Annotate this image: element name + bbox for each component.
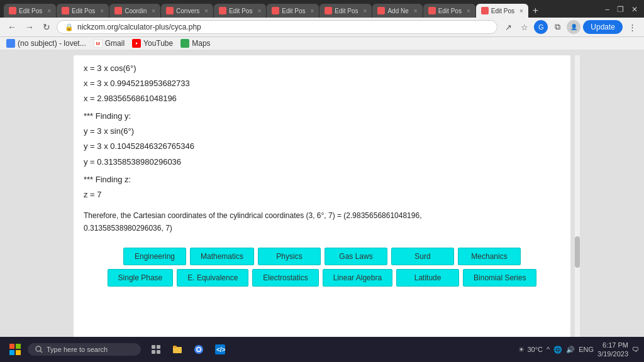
google-account-button[interactable]: G	[534, 20, 548, 34]
vscode-button[interactable]: </>	[210, 339, 230, 359]
tab-7[interactable]: Edit Pos ×	[319, 4, 372, 18]
engineering-button[interactable]: Engineering	[123, 248, 186, 265]
tab-close-2[interactable]: ×	[100, 8, 104, 14]
tab-close-4[interactable]: ×	[204, 8, 208, 14]
formula-line3: x = 2.9835656861048196	[84, 92, 560, 106]
e-equivalence-button[interactable]: E. Equivalence	[177, 269, 248, 287]
physics-button[interactable]: Physics	[258, 248, 321, 265]
formula-line6: y = 3 x 0.10452846326765346	[84, 140, 560, 153]
svg-point-6	[36, 346, 41, 351]
taskbar-search-label: Type here to search	[47, 346, 108, 353]
svg-rect-4	[9, 350, 14, 355]
svg-point-16	[197, 348, 201, 351]
close-button[interactable]: ✕	[629, 5, 640, 14]
tab-close-3[interactable]: ×	[152, 8, 155, 14]
update-button[interactable]: Update	[583, 20, 623, 34]
file-explorer-button[interactable]	[167, 339, 187, 359]
tab-2[interactable]: Edit Pos ×	[57, 4, 109, 18]
tab-4[interactable]: Convers ×	[161, 4, 213, 18]
taskbar-search[interactable]: Type here to search	[28, 343, 141, 356]
formula-line5: y = 3 x sin(6°)	[84, 124, 560, 138]
surd-button[interactable]: Surd	[391, 248, 454, 265]
time-display: 6:17 PM	[597, 341, 628, 349]
bookmark-gmail[interactable]: M Gmail	[94, 39, 125, 48]
volume-icon[interactable]: 🔊	[566, 346, 575, 354]
tab-close-10[interactable]: ×	[519, 8, 523, 14]
scrollbar-thumb[interactable]	[575, 236, 580, 268]
profile-button[interactable]: 👤	[567, 20, 580, 34]
address-text: nickzom.org/calculator-plus/cyca.php	[77, 23, 489, 31]
bookmark-button[interactable]: ☆	[518, 20, 531, 34]
binomial-series-button[interactable]: Binomial Series	[463, 269, 536, 287]
svg-rect-11	[157, 350, 160, 354]
nosubject-icon	[6, 39, 15, 48]
latitude-button[interactable]: Latitude	[396, 269, 459, 287]
taskbar-pinned-icons: </>	[146, 339, 230, 359]
tab-5[interactable]: Edit Pos ×	[214, 4, 266, 18]
browser-window: Edit Pos × Edit Pos × Coordin × Convers …	[0, 0, 644, 362]
taskbar: Type here to search </> ☀ 30°C ^ 🌐 🔊	[0, 337, 644, 362]
tab-close-7[interactable]: ×	[364, 8, 367, 14]
forward-button[interactable]: →	[23, 21, 36, 33]
share-button[interactable]: ↗	[501, 20, 515, 34]
restore-button[interactable]: ❐	[614, 5, 626, 14]
svg-rect-9	[157, 345, 160, 349]
new-tab-button[interactable]: +	[529, 5, 542, 16]
svg-line-7	[40, 351, 42, 353]
refresh-button[interactable]: ↻	[40, 21, 53, 33]
tab-close-5[interactable]: ×	[257, 8, 261, 14]
bookmark-youtube[interactable]: YouTube	[132, 39, 173, 48]
tab-close-1[interactable]: ×	[47, 8, 51, 14]
bookmarks-bar: (no subject) - lovet... M Gmail YouTube …	[0, 37, 644, 50]
maps-icon	[180, 39, 189, 48]
start-button[interactable]	[5, 339, 25, 359]
svg-rect-8	[152, 345, 155, 349]
svg-rect-2	[9, 344, 14, 349]
minimize-button[interactable]: –	[602, 5, 612, 14]
tab-close-9[interactable]: ×	[467, 8, 470, 14]
bookmark-gmail-label: Gmail	[105, 39, 125, 48]
caret-up-icon[interactable]: ^	[547, 346, 550, 353]
single-phase-button[interactable]: Single Phase	[108, 269, 174, 287]
svg-rect-12	[173, 347, 182, 353]
extensions-button[interactable]: ⧉	[550, 20, 564, 34]
address-bar[interactable]: 🔒 nickzom.org/calculator-plus/cyca.php	[57, 20, 497, 34]
bookmark-nosubject[interactable]: (no subject) - lovet...	[6, 39, 86, 48]
bookmark-nosubject-label: (no subject) - lovet...	[18, 39, 86, 48]
youtube-icon	[132, 39, 141, 48]
calc-content: x = 3 x cos(6°) x = 3 x 0.99452189536827…	[84, 62, 560, 235]
language-label: ENG	[579, 346, 594, 353]
taskview-button[interactable]	[146, 339, 166, 359]
bookmark-maps[interactable]: Maps	[180, 39, 210, 48]
svg-text:</>: </>	[216, 346, 225, 353]
temperature-icon: ☀	[518, 346, 525, 354]
scrollbar-track	[575, 55, 580, 357]
gmail-icon: M	[94, 39, 103, 48]
tab-9[interactable]: Edit Pos ×	[423, 4, 475, 18]
mechanics-button[interactable]: Mechanics	[458, 248, 521, 265]
back-button[interactable]: ←	[5, 21, 19, 33]
tab-close-6[interactable]: ×	[311, 8, 314, 14]
notification-button[interactable]: 🗨	[632, 346, 639, 353]
linear-algebra-button[interactable]: Linear Algebra	[323, 269, 392, 287]
formula-line2: x = 3 x 0.9945218953682733	[84, 77, 560, 90]
tab-bar: Edit Pos × Edit Pos × Coordin × Convers …	[0, 0, 644, 18]
tab-1[interactable]: Edit Pos ×	[4, 4, 56, 18]
gas-laws-button[interactable]: Gas Laws	[325, 248, 387, 265]
tab-3[interactable]: Coordin ×	[109, 4, 160, 18]
tab-close-8[interactable]: ×	[414, 8, 418, 14]
menu-button[interactable]: ⋮	[625, 20, 639, 34]
button-row-2: Single Phase E. Equivalence Electrostati…	[84, 269, 560, 287]
tab-10[interactable]: Edit Pos ×	[476, 4, 528, 18]
svg-rect-10	[152, 350, 155, 354]
system-tray: ☀ 30°C ^ 🌐 🔊 ENG 6:17 PM 3/19/2023 🗨	[518, 341, 639, 359]
tab-8[interactable]: Add Ne ×	[372, 4, 422, 18]
chrome-button[interactable]	[189, 339, 209, 359]
formula-line1: x = 3 x cos(6°)	[84, 62, 560, 75]
weather-display: ☀ 30°C	[518, 346, 543, 354]
mathematics-button[interactable]: Mathematics	[190, 248, 254, 265]
svg-rect-5	[16, 350, 21, 355]
electrostatics-button[interactable]: Electrostatics	[252, 269, 318, 287]
formula-line9: z = 7	[84, 188, 560, 202]
tab-6[interactable]: Edit Pos ×	[267, 4, 319, 18]
